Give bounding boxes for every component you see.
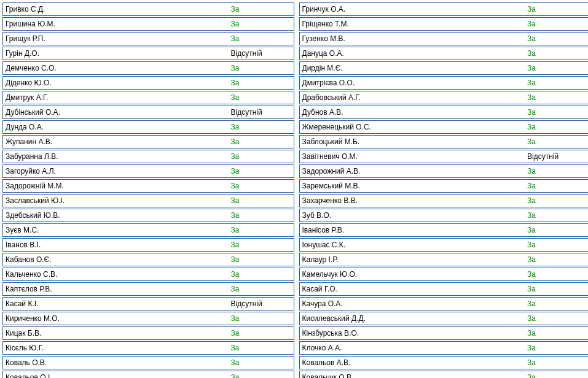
vote-row: Кисилевський Д.Д.За bbox=[299, 312, 589, 325]
vote-value: За bbox=[230, 255, 294, 264]
vote-row: Калаур І.Р.За bbox=[299, 253, 589, 266]
vote-row: Задорожній М.М.За bbox=[2, 179, 294, 193]
deputy-name: Іонушас С.К. bbox=[300, 241, 527, 249]
vote-value: За bbox=[230, 211, 294, 220]
vote-value: За bbox=[526, 49, 588, 58]
vote-row: Завітневич О.М.Відсутній bbox=[299, 150, 589, 163]
deputy-name: Кісєль Ю.Г. bbox=[3, 344, 230, 352]
vote-row: Касай К.І.Відсутній bbox=[2, 297, 294, 310]
vote-table-container: Гривко С.Д.ЗаГришина Ю.М.ЗаГрищук Р.П.За… bbox=[2, 2, 588, 378]
deputy-name: Дубнов А.В. bbox=[300, 108, 527, 117]
deputy-name: Качура О.А. bbox=[300, 299, 527, 308]
deputy-name: Коваль О.В. bbox=[3, 358, 230, 367]
vote-row: Ковальов О.І.За bbox=[2, 371, 294, 378]
vote-row: Гріщенко Т.М.За bbox=[299, 17, 589, 31]
deputy-name: Кириченко М.О. bbox=[3, 314, 230, 323]
vote-row: Забуранна Л.В.За bbox=[2, 150, 294, 163]
deputy-name: Кицак Б.В. bbox=[3, 329, 230, 338]
deputy-name: Завітневич О.М. bbox=[300, 152, 527, 161]
deputy-name: Заблоцький М.Б. bbox=[300, 137, 527, 146]
deputy-name: Демченко С.О. bbox=[3, 64, 230, 72]
deputy-name: Діденко Ю.О. bbox=[3, 79, 230, 87]
vote-row: Дмитрук А.Г.За bbox=[2, 91, 294, 104]
vote-row: Камельчук Ю.О.За bbox=[299, 268, 589, 281]
deputy-name: Гривко С.Д. bbox=[3, 5, 230, 14]
vote-row: Качура О.А.За bbox=[299, 297, 589, 310]
vote-value: За bbox=[230, 344, 294, 352]
deputy-name: Дунда О.А. bbox=[3, 123, 230, 131]
vote-value: За bbox=[230, 64, 294, 72]
vote-value: За bbox=[526, 196, 588, 205]
vote-value: За bbox=[230, 182, 294, 190]
vote-row: Задорожний А.В.За bbox=[299, 164, 589, 178]
deputy-name: Гришина Ю.М. bbox=[3, 20, 230, 28]
vote-value: За bbox=[230, 137, 294, 146]
vote-value: За bbox=[526, 79, 588, 87]
vote-row: Діденко Ю.О.За bbox=[2, 76, 294, 90]
vote-row: Кісєль Ю.Г.За bbox=[2, 341, 294, 355]
vote-value: За bbox=[230, 329, 294, 338]
vote-row: Зуєв М.С.За bbox=[2, 223, 294, 237]
vote-value: За bbox=[526, 5, 588, 14]
vote-row: Кінзбурська В.О.За bbox=[299, 326, 589, 340]
vote-value: За bbox=[230, 285, 294, 293]
vote-value: Відсутній bbox=[230, 49, 294, 58]
deputy-name: Дирдін М.Є. bbox=[300, 64, 527, 72]
deputy-name: Зуєв М.С. bbox=[3, 226, 230, 234]
vote-row: Гурін Д.О.Відсутній bbox=[2, 47, 294, 60]
vote-value: За bbox=[230, 152, 294, 161]
vote-row: Демченко С.О.За bbox=[2, 61, 294, 75]
deputy-name: Задорожний А.В. bbox=[300, 167, 527, 176]
deputy-name: Іванісов Р.В. bbox=[300, 226, 527, 234]
vote-value: За bbox=[526, 93, 588, 102]
vote-value: Відсутній bbox=[230, 108, 294, 117]
vote-value: За bbox=[230, 241, 294, 249]
vote-row: Заславський Ю.І.За bbox=[2, 194, 294, 207]
vote-row: Кириченко М.О.За bbox=[2, 312, 294, 325]
deputy-name: Гринчук О.А. bbox=[300, 5, 527, 14]
vote-row: Дирдін М.Є.За bbox=[299, 61, 589, 75]
deputy-name: Іванов В.І. bbox=[3, 241, 230, 249]
vote-row: Іванісов Р.В.За bbox=[299, 223, 589, 237]
deputy-name: Зуб В.О. bbox=[300, 211, 527, 220]
vote-row: Здебський Ю.В.За bbox=[2, 209, 294, 222]
vote-row: Дмитрієва О.О.За bbox=[299, 76, 589, 90]
vote-value: За bbox=[526, 270, 588, 279]
vote-row: Іванов В.І.За bbox=[2, 238, 294, 252]
deputy-name: Здебський Ю.В. bbox=[3, 211, 230, 220]
deputy-name: Гріщенко Т.М. bbox=[300, 20, 527, 28]
vote-row: Ковальчук О.В.За bbox=[299, 371, 589, 378]
left-column: Гривко С.Д.ЗаГришина Ю.М.ЗаГрищук Р.П.За… bbox=[2, 2, 294, 378]
vote-value: За bbox=[526, 344, 588, 352]
vote-row: Захарченко В.В.За bbox=[299, 194, 589, 207]
deputy-name: Задорожній М.М. bbox=[3, 182, 230, 190]
vote-value: За bbox=[526, 64, 588, 72]
vote-row: Дубінський О.А.Відсутній bbox=[2, 106, 294, 119]
deputy-name: Загоруйко А.Л. bbox=[3, 167, 230, 176]
vote-value: За bbox=[230, 79, 294, 87]
vote-value: За bbox=[526, 34, 588, 43]
vote-value: За bbox=[526, 299, 588, 308]
deputy-name: Касай К.І. bbox=[3, 299, 230, 308]
right-column: Гринчук О.А.ЗаГріщенко Т.М.ЗаГузенко М.В… bbox=[299, 2, 589, 378]
deputy-name: Дануца О.А. bbox=[300, 49, 527, 58]
vote-value: За bbox=[526, 211, 588, 220]
deputy-name: Захарченко В.В. bbox=[300, 196, 527, 205]
vote-value: Відсутній bbox=[526, 152, 588, 161]
vote-row: Касай Г.О.За bbox=[299, 282, 589, 296]
deputy-name: Калаур І.Р. bbox=[300, 255, 527, 264]
vote-value: За bbox=[526, 20, 588, 28]
vote-value: За bbox=[230, 5, 294, 14]
deputy-name: Заремський М.В. bbox=[300, 182, 527, 190]
deputy-name: Жмеренецький О.С. bbox=[300, 123, 527, 131]
vote-row: Дануца О.А.За bbox=[299, 47, 589, 60]
vote-row: Гришина Ю.М.За bbox=[2, 17, 294, 31]
vote-value: За bbox=[526, 182, 588, 190]
vote-row: Заремський М.В.За bbox=[299, 179, 589, 193]
vote-row: Гривко С.Д.За bbox=[2, 2, 294, 16]
vote-value: За bbox=[526, 358, 588, 367]
vote-row: Грищук Р.П.За bbox=[2, 32, 294, 45]
vote-value: За bbox=[230, 226, 294, 234]
vote-value: За bbox=[230, 270, 294, 279]
vote-value: За bbox=[230, 373, 294, 378]
